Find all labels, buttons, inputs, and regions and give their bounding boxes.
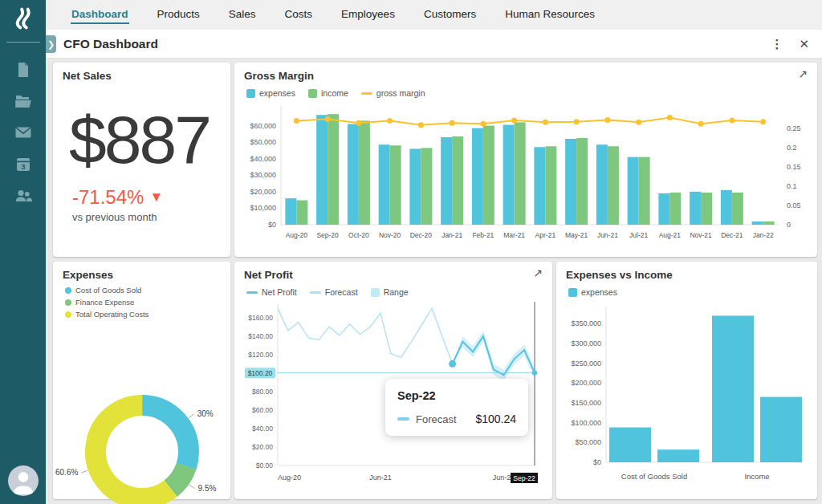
net-profit-legend: Net ProfitForecastRange bbox=[246, 287, 543, 297]
mail-icon[interactable] bbox=[14, 123, 33, 142]
expenses-chart[interactable]: 30%9.5%60.6% bbox=[63, 322, 221, 504]
sidebar: 3 bbox=[0, 0, 46, 504]
svg-text:Jun-21: Jun-21 bbox=[597, 231, 618, 239]
svg-text:Jun-21: Jun-21 bbox=[369, 474, 392, 482]
svg-text:$50,000: $50,000 bbox=[250, 138, 276, 146]
net-profit-card: Net Profit ↗ Net ProfitForecastRange $16… bbox=[234, 262, 552, 499]
tab-customers[interactable]: Customers bbox=[409, 0, 490, 30]
legend-item-total-operating-costs[interactable]: Total Operating Costs bbox=[65, 310, 149, 319]
net-profit-chart[interactable]: $160.00$140.00$120.00$80.00$60.00$40.00$… bbox=[244, 300, 543, 486]
svg-text:$200,000: $200,000 bbox=[571, 379, 601, 387]
page-title: CFO Dashboard bbox=[63, 37, 158, 51]
svg-text:Aug-20: Aug-20 bbox=[278, 474, 301, 482]
svg-text:60.6%: 60.6% bbox=[55, 468, 78, 477]
top-navigation: DashboardProductsSalesCostsEmployeesCust… bbox=[46, 0, 822, 30]
svg-text:0.25: 0.25 bbox=[787, 124, 801, 132]
svg-text:Oct-20: Oct-20 bbox=[348, 231, 369, 239]
gross-margin-chart[interactable]: $60,000$50,000$40,000$30,000$20,000$10,0… bbox=[244, 101, 808, 244]
svg-text:$10,000: $10,000 bbox=[250, 204, 276, 212]
gross-margin-legend: expensesincomegross margin bbox=[246, 88, 808, 98]
net-sales-delta: -71.54% ▼ bbox=[72, 186, 221, 209]
expenses-vs-income-title: Expenses vs Income bbox=[566, 269, 808, 281]
expenses-vs-income-legend: expenses bbox=[568, 287, 808, 297]
legend-item-expenses[interactable]: expenses bbox=[568, 287, 617, 297]
kebab-menu-icon[interactable]: ⋮ bbox=[771, 37, 783, 51]
sidebar-collapse-chevron-icon[interactable]: ❯ bbox=[46, 35, 56, 53]
legend-item-income[interactable]: income bbox=[308, 88, 348, 98]
svg-text:0.15: 0.15 bbox=[787, 163, 801, 171]
svg-text:$80.00: $80.00 bbox=[252, 388, 273, 396]
tab-sales[interactable]: Sales bbox=[214, 0, 271, 30]
svg-text:Mar-21: Mar-21 bbox=[503, 231, 525, 239]
gross-margin-title: Gross Margin bbox=[244, 70, 808, 82]
svg-text:Aug-20: Aug-20 bbox=[286, 231, 308, 239]
folder-icon[interactable] bbox=[14, 91, 33, 111]
svg-text:Nov-20: Nov-20 bbox=[379, 231, 401, 239]
svg-text:$160.00: $160.00 bbox=[248, 314, 273, 322]
close-icon[interactable]: ✕ bbox=[799, 37, 809, 51]
dashboard-header: ❯ CFO Dashboard ⋮ ✕ bbox=[46, 30, 822, 59]
svg-text:$40,000: $40,000 bbox=[250, 155, 276, 163]
svg-text:$250,000: $250,000 bbox=[571, 360, 601, 368]
svg-text:Dec-21: Dec-21 bbox=[721, 231, 743, 239]
svg-text:Nov-21: Nov-21 bbox=[690, 231, 712, 239]
svg-text:$100.20: $100.20 bbox=[248, 369, 273, 377]
expand-icon[interactable]: ↗ bbox=[533, 267, 543, 278]
legend-item-forecast[interactable]: Forecast bbox=[310, 287, 358, 297]
net-profit-title: Net Profit bbox=[244, 269, 543, 281]
svg-text:$350,000: $350,000 bbox=[571, 319, 601, 327]
legend-item-range[interactable]: Range bbox=[371, 287, 409, 297]
svg-text:9.5%: 9.5% bbox=[198, 484, 217, 493]
svg-text:0: 0 bbox=[787, 221, 791, 229]
svg-text:$120.00: $120.00 bbox=[248, 351, 273, 359]
legend-item-net-profit[interactable]: Net Profit bbox=[246, 287, 297, 297]
main-area: DashboardProductsSalesCostsEmployeesCust… bbox=[46, 0, 822, 504]
tab-human-resources[interactable]: Human Resources bbox=[490, 0, 609, 30]
svg-text:Jan-21: Jan-21 bbox=[442, 231, 462, 239]
expand-icon[interactable]: ↗ bbox=[798, 68, 808, 79]
svg-text:$60.00: $60.00 bbox=[252, 406, 273, 414]
dashboard-content: Net Sales $887 -71.54% ▼ vs previous mon… bbox=[46, 59, 822, 504]
legend-item-expenses[interactable]: expenses bbox=[246, 88, 295, 98]
legend-item-cost-of-goods-sold[interactable]: Cost of Goods Sold bbox=[65, 286, 141, 295]
legend-item-finance-expense[interactable]: Finance Expense bbox=[65, 298, 134, 307]
tab-products[interactable]: Products bbox=[143, 0, 214, 30]
net-sales-caption: vs previous month bbox=[72, 211, 221, 223]
tab-employees[interactable]: Employees bbox=[327, 0, 409, 30]
svg-text:Jul-21: Jul-21 bbox=[629, 231, 648, 239]
svg-text:$100,000: $100,000 bbox=[571, 419, 601, 427]
svg-text:Income: Income bbox=[744, 472, 769, 481]
users-icon[interactable] bbox=[14, 185, 33, 205]
app-window: 3 DashboardProductsSalesCostsEmployeesCu… bbox=[0, 0, 822, 504]
document-icon[interactable] bbox=[14, 60, 33, 79]
user-avatar[interactable] bbox=[8, 465, 39, 496]
svg-text:$20,000: $20,000 bbox=[250, 188, 276, 196]
svg-text:$150,000: $150,000 bbox=[571, 399, 601, 407]
net-sales-title: Net Sales bbox=[63, 70, 221, 82]
legend-item-gross-margin[interactable]: gross margin bbox=[361, 88, 425, 98]
calendar-icon[interactable]: 3 bbox=[14, 154, 33, 173]
svg-text:$0.00: $0.00 bbox=[256, 461, 274, 469]
svg-text:Aug-21: Aug-21 bbox=[659, 231, 682, 239]
svg-text:$60,000: $60,000 bbox=[250, 122, 276, 130]
svg-text:Sep-22: Sep-22 bbox=[513, 474, 535, 482]
net-sales-card: Net Sales $887 -71.54% ▼ vs previous mon… bbox=[53, 63, 230, 257]
svg-text:$40.00: $40.00 bbox=[252, 425, 273, 433]
gross-margin-card: Gross Margin ↗ expensesincomegross margi… bbox=[234, 63, 817, 257]
sidebar-nav: 3 bbox=[14, 60, 33, 205]
calendar-badge: 3 bbox=[21, 162, 25, 171]
svg-text:0.1: 0.1 bbox=[787, 182, 797, 190]
app-logo[interactable] bbox=[0, 0, 46, 37]
svg-text:Cost of Goods Sold: Cost of Goods Sold bbox=[621, 472, 687, 481]
tab-costs[interactable]: Costs bbox=[271, 0, 328, 30]
svg-text:$300,000: $300,000 bbox=[571, 339, 601, 348]
svg-text:May-21: May-21 bbox=[565, 231, 588, 239]
svg-text:Jan-22: Jan-22 bbox=[753, 231, 774, 239]
svg-text:30%: 30% bbox=[197, 409, 214, 418]
expenses-vs-income-chart[interactable]: $350,000$300,000$250,000$200,000$150,000… bbox=[566, 300, 808, 486]
net-sales-value: $887 bbox=[69, 106, 221, 173]
tab-dashboard[interactable]: Dashboard bbox=[57, 0, 143, 30]
logo-swoosh-icon bbox=[10, 5, 37, 32]
down-triangle-icon: ▼ bbox=[149, 189, 163, 205]
svg-text:0.2: 0.2 bbox=[787, 144, 797, 152]
